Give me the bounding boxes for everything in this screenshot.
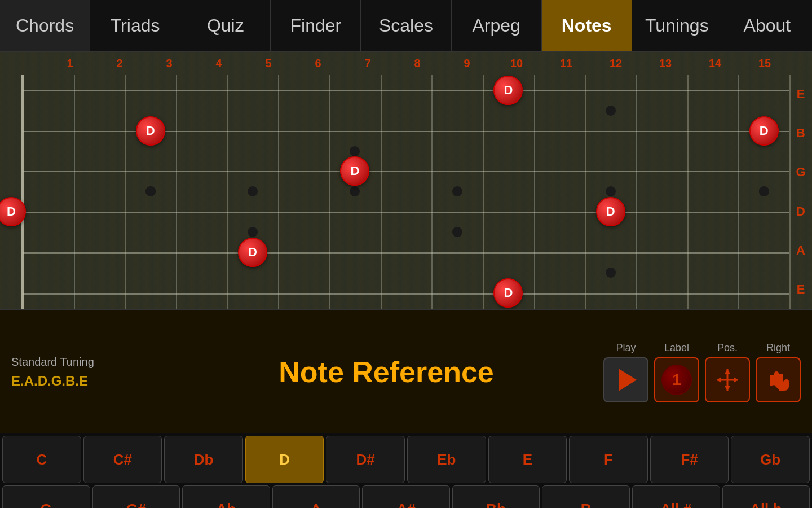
fret-number-14: 14 — [690, 57, 740, 70]
fret-line-12 — [636, 75, 637, 309]
note-marker-6[interactable]: D — [493, 278, 523, 308]
fret-number-8: 8 — [392, 57, 442, 70]
fret-dot-12 — [606, 186, 616, 196]
right-hand-icon — [763, 365, 793, 395]
fret-line-11 — [585, 75, 586, 309]
play-button[interactable] — [603, 357, 648, 402]
note-key-B[interactable]: B — [542, 485, 630, 508]
note-marker-2[interactable]: D — [340, 156, 369, 186]
fret-line-8 — [431, 75, 433, 309]
pos-button[interactable] — [705, 357, 750, 402]
fret-number-6: 6 — [293, 57, 343, 70]
nav-item-scales[interactable]: Scales — [361, 0, 451, 51]
nav-item-notes[interactable]: Notes — [542, 0, 632, 51]
play-label: Play — [616, 342, 636, 354]
fret-number-4: 4 — [194, 57, 244, 70]
note-key-Dsharp[interactable]: D# — [326, 436, 405, 483]
fret-dot-9 — [452, 186, 462, 196]
fret-number-11: 11 — [541, 57, 591, 70]
right-control: Right — [756, 342, 801, 402]
label-circle: 1 — [661, 365, 692, 395]
string-line-5 — [23, 293, 789, 295]
nav-item-chords[interactable]: Chords — [0, 0, 90, 51]
inlay-dot — [606, 106, 616, 116]
fretboard-container: 123456789101112131415 DDDDDDDD EBGDAE — [0, 52, 812, 309]
string-line-4 — [23, 252, 789, 254]
top-navigation: ChordsTriadsQuizFinderScalesArpegNotesTu… — [0, 0, 812, 52]
nav-item-tunings[interactable]: Tunings — [632, 0, 722, 51]
controls: Play Label 1 Pos. — [603, 342, 801, 402]
note-marker-5[interactable]: D — [238, 238, 267, 267]
play-control: Play — [603, 342, 648, 402]
nav-item-arpeg[interactable]: Arpeg — [452, 0, 542, 51]
right-label: Right — [766, 342, 790, 354]
inlay-dot — [606, 268, 616, 278]
fret-line-3 — [176, 75, 177, 309]
play-icon — [619, 369, 637, 391]
fret-line-14 — [738, 75, 739, 309]
note-marker-7[interactable]: D — [749, 116, 779, 146]
note-key-Bflat[interactable]: Bb — [452, 485, 540, 508]
string-line-3 — [23, 212, 789, 213]
note-key-E[interactable]: E — [488, 436, 567, 483]
note-key-Aflat[interactable]: Ab — [182, 485, 270, 508]
nut-line — [21, 75, 24, 309]
note-key-Allflat[interactable]: All b — [722, 485, 810, 508]
fret-number-7: 7 — [343, 57, 392, 70]
note-key-Fsharp[interactable]: F# — [650, 436, 729, 483]
fret-line-10 — [534, 75, 535, 309]
fret-number-1: 1 — [45, 57, 95, 70]
note-marker-4[interactable]: D — [596, 197, 625, 226]
note-key-D[interactable]: D — [245, 436, 324, 483]
fret-line-1 — [74, 75, 75, 309]
inlay-dot — [452, 227, 462, 237]
string-line-2 — [23, 171, 789, 172]
nav-item-triads[interactable]: Triads — [90, 0, 180, 51]
label-button[interactable]: 1 — [654, 357, 699, 402]
keys-row-1: CC#DbDD#EbEFF#Gb — [2, 436, 810, 483]
fret-line-9 — [483, 75, 484, 309]
nav-item-quiz[interactable]: Quiz — [180, 0, 271, 51]
nav-item-finder[interactable]: Finder — [271, 0, 361, 51]
label-value: 1 — [672, 371, 681, 389]
string-labels: EBGDAE — [789, 75, 812, 309]
note-key-G[interactable]: G — [2, 485, 90, 508]
inlay-dot — [759, 186, 769, 196]
svg-marker-2 — [717, 377, 721, 383]
note-key-Eflat[interactable]: Eb — [407, 436, 486, 483]
svg-marker-4 — [725, 369, 730, 374]
note-key-A[interactable]: A — [272, 485, 360, 508]
nav-item-about[interactable]: About — [722, 0, 812, 51]
fretboard: DDDDDDDD — [0, 75, 789, 309]
string-label-g: G — [796, 165, 805, 179]
pos-icon — [712, 365, 743, 395]
note-key-F[interactable]: F — [569, 436, 648, 483]
fret-number-2: 2 — [95, 57, 144, 70]
string-line-0 — [23, 90, 789, 91]
fret-line-7 — [381, 75, 382, 309]
right-button[interactable] — [756, 357, 801, 402]
string-label-d: D — [796, 204, 805, 219]
note-key-Asharp[interactable]: A# — [362, 485, 450, 508]
inlay-dot — [248, 227, 258, 237]
note-key-Gsharp[interactable]: G# — [92, 485, 180, 508]
fret-number-3: 3 — [144, 57, 194, 70]
note-keys: CC#DbDD#EbEFF#Gb GG#AbAA#BbBAll #All b — [0, 433, 812, 508]
note-marker-1[interactable]: D — [136, 116, 165, 146]
tuning-info: Standard Tuning E.A.D.G.B.E — [11, 356, 169, 389]
pos-label: Pos. — [717, 342, 738, 354]
note-key-Dflat[interactable]: Db — [164, 436, 243, 483]
fret-line-4 — [227, 75, 228, 309]
fret-dot-5 — [248, 186, 258, 196]
note-key-Gflat[interactable]: Gb — [731, 436, 810, 483]
note-key-C[interactable]: C — [2, 436, 81, 483]
fret-line-13 — [687, 75, 689, 309]
note-key-Csharp[interactable]: C# — [83, 436, 162, 483]
note-key-Allsharp[interactable]: All # — [632, 485, 720, 508]
svg-marker-3 — [734, 377, 738, 383]
fret-line-6 — [329, 75, 330, 309]
pos-control: Pos. — [705, 342, 750, 402]
note-marker-0[interactable]: D — [493, 76, 523, 105]
tuning-notes: E.A.D.G.B.E — [11, 373, 169, 389]
fret-number-12: 12 — [591, 57, 641, 70]
